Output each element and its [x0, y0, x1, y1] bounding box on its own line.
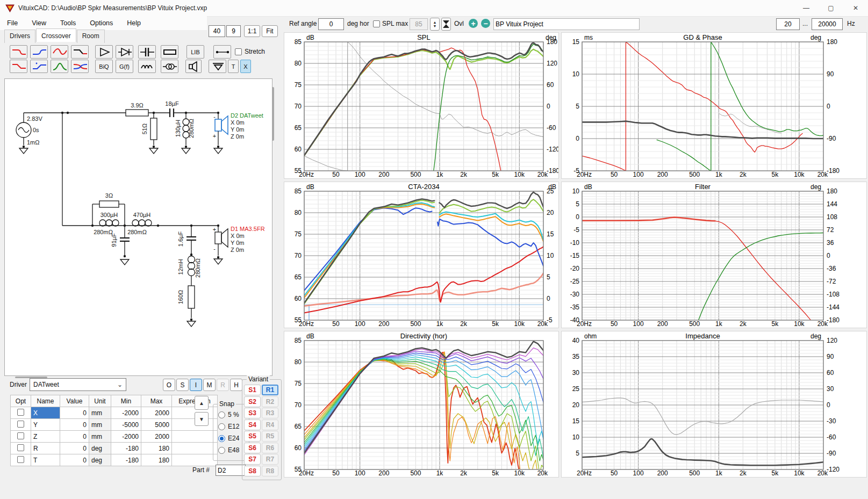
snap-5pct-radio[interactable]: 5 % [218, 411, 239, 418]
close-icon[interactable]: ✕ [843, 0, 868, 16]
shelf-button[interactable] [71, 45, 89, 59]
overlay-remove-button[interactable]: − [481, 19, 490, 28]
cell-max[interactable]: 2000 [141, 407, 172, 419]
cell-max[interactable]: 180 [141, 454, 172, 466]
variant-r8-button[interactable]: R8 [262, 466, 278, 476]
minimize-icon[interactable]: — [794, 0, 819, 16]
opt-checkbox[interactable] [17, 409, 24, 416]
peak-eq-button[interactable] [51, 60, 68, 73]
menu-options[interactable]: Options [83, 17, 120, 29]
mode-h-button[interactable]: H [230, 379, 242, 391]
spin-up-icon[interactable]: ▲ [433, 20, 437, 24]
snap-e48-radio[interactable]: E48 [218, 446, 239, 454]
gf-button[interactable]: G(f) [116, 60, 133, 73]
opt-checkbox[interactable] [17, 421, 24, 428]
cell-unit[interactable]: deg [89, 454, 111, 466]
snap-e12-radio[interactable]: E12 [218, 423, 239, 430]
tab-drivers[interactable]: Drivers [4, 30, 35, 43]
driver-select[interactable]: DATweet ⌄ [30, 378, 126, 391]
buffer-button[interactable] [116, 45, 133, 59]
variant-s5-button[interactable]: S5 [244, 431, 261, 442]
menu-file[interactable]: File [0, 17, 25, 29]
cell-unit[interactable]: mm [89, 407, 111, 419]
snap-e24-radio[interactable]: E24 [218, 435, 239, 442]
freq-min-input[interactable] [776, 18, 800, 30]
mode-o-button[interactable]: O [163, 379, 175, 391]
zoom-1to1-button[interactable]: 1:1 [244, 25, 260, 37]
variant-r5-button[interactable]: R5 [262, 431, 278, 442]
opt-checkbox[interactable] [17, 456, 24, 463]
spl-max-checkbox[interactable] [373, 20, 380, 27]
mode-r-button[interactable]: R [217, 379, 229, 391]
driver-button[interactable] [185, 60, 202, 73]
part-number-input[interactable] [216, 465, 246, 476]
text-tool-button[interactable]: T [228, 60, 239, 73]
crossover-schematic[interactable]: 2.83V 0s 1mΩ 3.9Ω 18µF 51Ω 130µH 280mΩ -… [5, 79, 272, 375]
cell-min[interactable]: -2000 [111, 431, 141, 443]
cell-max[interactable]: 5000 [141, 419, 172, 431]
lowpass-button[interactable] [10, 45, 27, 59]
grid-height-input[interactable] [226, 25, 241, 37]
cell-min[interactable]: -180 [111, 443, 141, 454]
cell-value[interactable]: 0 [60, 443, 89, 454]
wire-button[interactable] [213, 45, 231, 59]
grid-width-input[interactable] [209, 25, 225, 37]
variant-s2-button[interactable]: S2 [244, 396, 261, 407]
freq-max-input[interactable] [812, 18, 843, 30]
cell-expression[interactable] [172, 454, 218, 466]
variant-s1-button[interactable]: S1 [244, 385, 261, 395]
ground-button[interactable] [209, 60, 226, 73]
library-button[interactable]: LIB [186, 45, 204, 59]
biquad-button[interactable]: BiQ [95, 60, 113, 73]
cell-name[interactable]: T [31, 454, 60, 466]
cell-expression[interactable] [172, 431, 218, 443]
ref-angle-input[interactable] [318, 18, 344, 30]
cell-value[interactable]: 0 [60, 419, 89, 431]
cell-unit[interactable]: deg [89, 443, 111, 454]
stretch-checkbox[interactable] [235, 48, 242, 55]
cell-value[interactable]: 0 [60, 431, 89, 443]
transformer-button[interactable] [161, 60, 178, 73]
tab-room[interactable]: Room [77, 30, 105, 43]
row-down-button[interactable]: ▼ [195, 412, 209, 426]
menu-view[interactable]: View [25, 17, 53, 29]
variant-s4-button[interactable]: S4 [244, 420, 261, 430]
variant-s6-button[interactable]: S6 [244, 443, 261, 453]
amplifier-button[interactable] [95, 45, 113, 59]
cell-min[interactable]: -2000 [111, 407, 141, 419]
cell-value[interactable]: 0 [60, 407, 89, 419]
mode-m-button[interactable]: M [203, 379, 216, 391]
spl-max-spinner[interactable]: ▲▼ [430, 18, 440, 31]
mode-i-button[interactable]: I [190, 379, 202, 391]
delete-tool-button[interactable]: X [240, 60, 251, 73]
resistor-button[interactable] [161, 45, 178, 59]
schematic-vscrollbar[interactable] [272, 87, 274, 141]
cell-name[interactable]: Y [31, 419, 60, 431]
menu-help[interactable]: Help [120, 17, 148, 29]
cell-name[interactable]: X [31, 407, 60, 419]
bandpass-button[interactable] [51, 45, 68, 59]
cell-unit[interactable]: mm [89, 419, 111, 431]
variant-r2-button[interactable]: R2 [262, 396, 278, 407]
crossover-button[interactable] [71, 60, 89, 73]
variant-s3-button[interactable]: S3 [244, 408, 261, 418]
cell-max[interactable]: 2000 [141, 431, 172, 443]
cell-name[interactable]: R [31, 443, 60, 454]
opt-checkbox[interactable] [17, 432, 24, 439]
variant-r6-button[interactable]: R6 [262, 443, 278, 453]
mode-s-button[interactable]: S [176, 379, 189, 391]
variant-r7-button[interactable]: R7 [262, 454, 278, 465]
spin-down-icon[interactable]: ▼ [433, 24, 437, 28]
cell-unit[interactable]: mm [89, 431, 111, 443]
variant-r1-button[interactable]: R1 [262, 385, 278, 395]
row-up-button[interactable]: ▲ [195, 396, 209, 410]
cell-value[interactable]: 0 [60, 454, 89, 466]
overlay-add-button[interactable]: + [469, 19, 478, 28]
variant-s7-button[interactable]: S7 [244, 454, 261, 465]
zoom-fit-button[interactable]: Fit [262, 25, 278, 37]
autoscale-button[interactable] [441, 18, 451, 31]
cell-name[interactable]: Z [31, 431, 60, 443]
variant-s8-button[interactable]: S8 [244, 466, 261, 476]
cell-expression[interactable] [172, 443, 218, 454]
cell-min[interactable]: -180 [111, 454, 141, 466]
